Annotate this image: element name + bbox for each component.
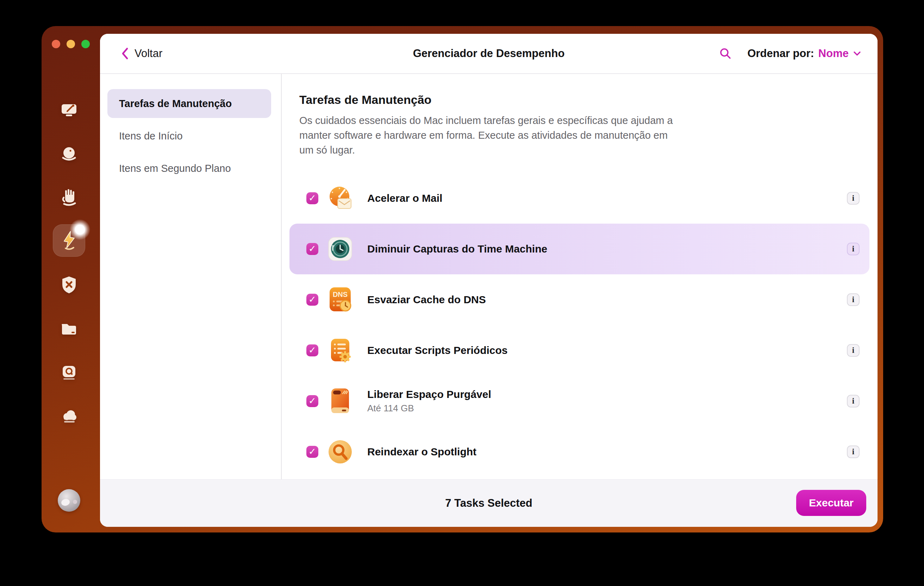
task-checkbox[interactable]: ✓ xyxy=(306,344,318,357)
task-checkbox[interactable]: ✓ xyxy=(306,294,318,306)
task-row-spotlight[interactable]: ✓ Reindexar o Spotlight i xyxy=(289,426,870,477)
dns-cache-icon: DNS xyxy=(327,287,353,313)
task-row-purgeable-space[interactable]: ✓ Liberar Espaço Purgável xyxy=(289,376,870,426)
nav-item-login-items[interactable]: Itens de Início xyxy=(107,122,271,150)
check-icon: ✓ xyxy=(309,396,316,405)
check-icon: ✓ xyxy=(309,244,316,253)
minimize-window-button[interactable] xyxy=(66,40,75,48)
action-bar: 7 Tasks Selected Executar xyxy=(100,479,878,527)
info-icon: i xyxy=(852,194,854,203)
info-button[interactable]: i xyxy=(847,395,860,408)
chevron-left-icon xyxy=(121,47,129,60)
section-heading: Tarefas de Manutenção xyxy=(299,93,870,107)
main-content: Tarefas de Manutenção Os cuidados essenc… xyxy=(282,74,878,480)
task-label: Esvaziar Cache do DNS xyxy=(367,294,486,306)
close-window-button[interactable] xyxy=(52,40,60,48)
task-row-time-machine[interactable]: ✓ Diminuir Capturas do Time xyxy=(289,224,870,274)
app-window: Voltar Gerenciador de Desempenho Ordenar… xyxy=(41,26,883,533)
time-machine-icon xyxy=(327,236,353,262)
mail-speedometer-icon xyxy=(327,185,353,211)
sidebar-item-speed hand-icon[interactable] xyxy=(58,186,80,209)
content-card: Voltar Gerenciador de Desempenho Ordenar… xyxy=(100,34,878,527)
spotlight-search-icon xyxy=(327,439,353,465)
zoom-window-button[interactable] xyxy=(81,40,90,48)
task-label: Reindexar o Spotlight xyxy=(367,446,477,458)
check-icon: ✓ xyxy=(309,295,316,304)
nav-item-maintenance-tasks[interactable]: Tarefas de Manutenção xyxy=(107,89,271,118)
sidebar-item-applications shield-x-icon[interactable] xyxy=(58,273,80,296)
tasks-selected-status: 7 Tasks Selected xyxy=(100,480,878,527)
assistant-icon[interactable] xyxy=(58,489,80,512)
info-button[interactable]: i xyxy=(847,243,860,255)
task-list: ✓ Aceler xyxy=(289,173,870,477)
check-icon: ✓ xyxy=(309,447,316,456)
sort-by-value: Nome xyxy=(818,47,849,60)
window-header: Voltar Gerenciador de Desempenho Ordenar… xyxy=(100,34,878,74)
svg-text:DNS: DNS xyxy=(333,291,348,298)
notification-glow-dot xyxy=(70,220,90,240)
sidebar-item-protection orb-icon[interactable] xyxy=(58,143,80,165)
info-button[interactable]: i xyxy=(847,192,860,205)
maintenance-scripts-icon xyxy=(327,337,353,363)
task-checkbox[interactable]: ✓ xyxy=(306,395,318,407)
section-description: Os cuidados essenciais do Mac incluem ta… xyxy=(299,113,681,157)
sidebar-item-shredder cloud-icon[interactable] xyxy=(58,404,80,427)
info-icon: i xyxy=(852,346,854,355)
task-label: Executar Scripts Periódicos xyxy=(367,344,508,357)
info-icon: i xyxy=(852,447,854,456)
info-button[interactable]: i xyxy=(847,344,860,357)
search-icon[interactable] xyxy=(719,47,732,60)
assistant-blob-large xyxy=(61,498,71,507)
chevron-down-icon xyxy=(853,51,861,56)
task-row-mail[interactable]: ✓ Aceler xyxy=(289,173,870,224)
task-checkbox[interactable]: ✓ xyxy=(306,243,318,255)
section-nav: Tarefas de Manutenção Itens de Início It… xyxy=(100,74,281,480)
sort-by-dropdown[interactable]: Ordenar por: Nome xyxy=(747,47,861,60)
sort-by-label: Ordenar por: xyxy=(747,47,814,60)
task-row-scripts[interactable]: ✓ xyxy=(289,325,870,376)
info-icon: i xyxy=(852,396,854,406)
back-button[interactable]: Voltar xyxy=(121,34,162,73)
task-checkbox[interactable]: ✓ xyxy=(306,446,318,458)
sidebar-item-files folder-icon[interactable] xyxy=(58,317,80,340)
info-button[interactable]: i xyxy=(847,446,860,458)
info-button[interactable]: i xyxy=(847,293,860,306)
info-icon: i xyxy=(852,244,854,254)
sidebar-item-cleanup monitor-cleanup-icon[interactable] xyxy=(58,99,80,122)
nav-item-background-items[interactable]: Itens em Segundo Plano xyxy=(107,154,271,183)
check-icon: ✓ xyxy=(309,345,316,355)
task-label: Liberar Espaço Purgável xyxy=(367,388,491,400)
task-sublabel: Até 114 GB xyxy=(367,403,491,414)
sidebar-item-space-lens drive-search-icon[interactable] xyxy=(58,361,80,383)
back-label: Voltar xyxy=(135,47,162,60)
task-label: Acelerar o Mail xyxy=(367,192,442,204)
task-checkbox[interactable]: ✓ xyxy=(306,192,318,204)
purgeable-drive-icon xyxy=(327,388,353,414)
info-icon: i xyxy=(852,295,854,304)
check-icon: ✓ xyxy=(309,193,316,203)
task-label: Diminuir Capturas do Time Machine xyxy=(367,243,547,255)
task-row-dns[interactable]: ✓ DNS Esvaziar Cache do DNS xyxy=(289,274,870,325)
sidebar-item-performance-selected[interactable] xyxy=(53,224,85,257)
assistant-blob-small xyxy=(73,500,77,504)
run-button[interactable]: Executar xyxy=(796,490,866,516)
